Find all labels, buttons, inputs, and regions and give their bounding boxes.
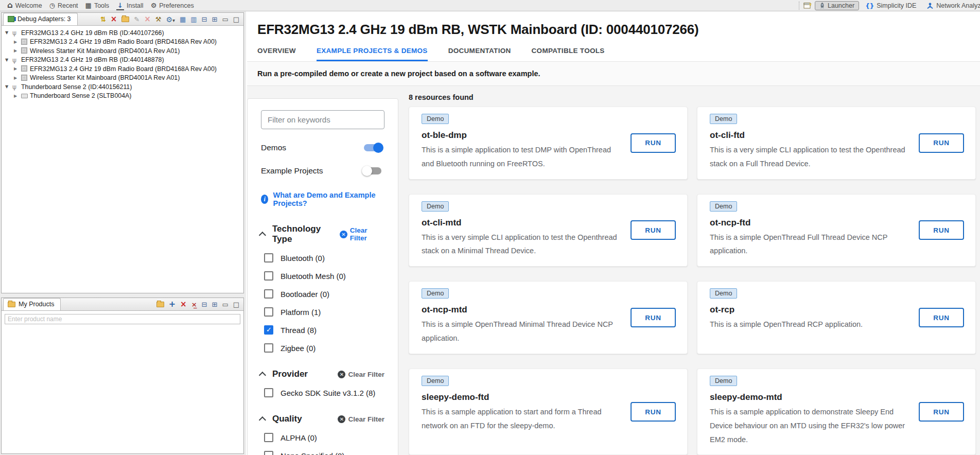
radio-board-icon <box>21 65 30 73</box>
filter-option-alpha[interactable]: ALPHA (0) <box>261 433 384 442</box>
demo-badge: Demo <box>710 288 737 299</box>
run-button[interactable]: RUN <box>919 308 964 327</box>
delete-icon[interactable] <box>144 15 151 23</box>
remove-products-icon[interactable] <box>191 301 197 308</box>
menu-preferences[interactable]: Preferences <box>151 2 194 9</box>
table-copy-icon[interactable] <box>190 16 197 23</box>
rename-icon[interactable] <box>134 16 139 23</box>
refresh-connections-icon[interactable] <box>100 16 106 23</box>
checkbox-unchecked[interactable] <box>264 271 273 281</box>
tree-item-thunderboard[interactable]: Thunderboard Sense 2 (ID:440156211) <box>2 82 243 92</box>
tree-item-label: EFR32MG13 2.4 GHz 19 dBm Radio Board (BR… <box>30 65 217 73</box>
keyword-filter-input[interactable] <box>261 110 384 129</box>
menu-welcome[interactable]: Welcome <box>7 2 42 9</box>
run-button[interactable]: RUN <box>631 308 676 327</box>
collapse-all-icon[interactable] <box>202 301 207 308</box>
section-title: Technology Type <box>272 224 340 244</box>
menu-preferences-label: Preferences <box>159 2 194 9</box>
demos-toggle[interactable] <box>364 144 381 151</box>
new-group-icon[interactable] <box>121 16 129 22</box>
expand-all-icon[interactable] <box>212 301 218 308</box>
disconnect-icon[interactable] <box>111 15 117 23</box>
clear-filter-quality[interactable]: ✕ Clear Filter <box>338 415 384 423</box>
chevron-up-icon[interactable] <box>259 232 266 239</box>
checkbox-unchecked[interactable] <box>264 451 273 455</box>
checkbox-unchecked[interactable] <box>264 343 273 353</box>
tools-icon[interactable] <box>155 16 162 23</box>
menu-recent[interactable]: Recent <box>49 2 78 9</box>
tree-item-kit-1[interactable]: EFR32MG13 2.4 GHz 19 dBm RB (ID:44010726… <box>2 28 243 38</box>
checkbox-unchecked[interactable] <box>264 388 273 397</box>
clear-filter-label: Clear Filter <box>348 415 384 423</box>
filter-option-none-specified[interactable]: None Specified (8) <box>261 451 384 455</box>
tab-example-projects-demos[interactable]: EXAMPLE PROJECTS & DEMOS <box>317 47 428 61</box>
demo-card-ot-rcp: Demo ot-rcp This is a simple OpenThread … <box>697 281 976 354</box>
filter-option-zigbee[interactable]: Zigbee (0) <box>261 343 384 353</box>
checkbox-checked[interactable] <box>264 325 273 335</box>
example-projects-toggle-label: Example Projects <box>261 166 323 176</box>
open-perspective-icon[interactable] <box>803 2 812 9</box>
tab-overview[interactable]: OVERVIEW <box>257 47 296 61</box>
tab-debug-adapters[interactable]: Debug Adapters: 3 <box>3 13 78 25</box>
run-button[interactable]: RUN <box>631 133 676 153</box>
run-button[interactable]: RUN <box>631 220 676 240</box>
tree-item-thunderboard-module[interactable]: Thunderboard Sense 2 (SLTB004A) <box>2 92 243 101</box>
example-projects-toggle[interactable] <box>364 167 381 174</box>
checkbox-unchecked[interactable] <box>264 253 273 262</box>
tab-my-products[interactable]: My Products <box>3 298 61 310</box>
tree-item-kit-2[interactable]: EFR32MG13 2.4 GHz 19 dBm RB (ID:44014887… <box>2 56 243 65</box>
filter-option-bootloader[interactable]: Bootloader (0) <box>261 289 384 299</box>
expand-arrow-icon[interactable] <box>14 76 21 80</box>
new-folder-icon[interactable] <box>156 302 164 307</box>
tree-item-mainboard-1[interactable]: Wireless Starter Kit Mainboard (BRD4001A… <box>2 46 243 56</box>
filter-option-bluetooth-mesh[interactable]: Bluetooth Mesh (0) <box>261 271 384 281</box>
expand-arrow-icon[interactable] <box>14 94 21 98</box>
clear-filter-provider[interactable]: ✕ Clear Filter <box>338 371 384 378</box>
perspective-simplicity-ide[interactable]: Simplicity IDE <box>861 2 920 10</box>
expand-all-icon[interactable] <box>212 16 218 23</box>
minimize-icon[interactable] <box>222 301 228 308</box>
tab-compatible-tools[interactable]: COMPATIBLE TOOLS <box>532 47 605 61</box>
collapse-arrow-icon[interactable] <box>5 58 12 62</box>
run-button[interactable]: RUN <box>919 402 964 422</box>
perspective-network-analyzer[interactable]: Network Analyzer <box>922 2 980 10</box>
minimize-icon[interactable] <box>222 16 228 23</box>
checkbox-unchecked[interactable] <box>264 433 273 442</box>
expand-arrow-icon[interactable] <box>14 48 21 53</box>
menu-install[interactable]: Install <box>116 2 144 9</box>
run-button[interactable]: RUN <box>919 133 964 153</box>
expand-arrow-icon[interactable] <box>14 66 21 71</box>
settings-gear-icon[interactable] <box>166 16 175 23</box>
filter-option-platform[interactable]: Platform (1) <box>261 307 384 317</box>
filter-option-thread[interactable]: Thread (8) <box>261 325 384 335</box>
run-button[interactable]: RUN <box>631 402 676 422</box>
collapse-arrow-icon[interactable] <box>5 30 12 35</box>
table-view-icon[interactable] <box>180 16 186 23</box>
maximize-icon[interactable] <box>233 301 239 308</box>
expand-arrow-icon[interactable] <box>14 40 21 44</box>
tree-item-radio-board-1[interactable]: EFR32MG13 2.4 GHz 19 dBm Radio Board (BR… <box>2 38 243 47</box>
checkbox-unchecked[interactable] <box>264 289 273 299</box>
tab-documentation[interactable]: DOCUMENTATION <box>448 47 511 61</box>
section-provider: Provider ✕ Clear Filter <box>261 369 384 379</box>
collapse-all-icon[interactable] <box>202 16 207 23</box>
menu-tools[interactable]: Tools <box>85 2 109 9</box>
filter-option-gecko-sdk[interactable]: Gecko SDK Suite v3.1.2 (8) <box>261 388 384 397</box>
maximize-icon[interactable] <box>233 16 239 23</box>
delete-product-icon[interactable] <box>180 301 187 308</box>
run-button[interactable]: RUN <box>919 220 964 240</box>
clear-filter-icon: ✕ <box>338 371 345 378</box>
chevron-up-icon[interactable] <box>259 416 266 424</box>
tree-item-mainboard-2[interactable]: Wireless Starter Kit Mainboard (BRD4001A… <box>2 74 243 83</box>
tree-item-radio-board-2[interactable]: EFR32MG13 2.4 GHz 19 dBm Radio Board (BR… <box>2 64 243 74</box>
what-are-demos-link[interactable]: i What are Demo and Example Projects? <box>261 191 384 207</box>
product-name-input[interactable] <box>5 314 240 324</box>
checkbox-unchecked[interactable] <box>264 307 273 317</box>
collapse-arrow-icon[interactable] <box>5 84 12 89</box>
chevron-up-icon[interactable] <box>259 372 266 379</box>
add-product-icon[interactable] <box>169 300 176 308</box>
tree-item-label: Wireless Starter Kit Mainboard (BRD4001A… <box>30 47 180 55</box>
perspective-launcher[interactable]: Launcher <box>815 1 859 10</box>
filter-option-bluetooth[interactable]: Bluetooth (0) <box>261 253 384 262</box>
clear-filter-technology[interactable]: ✕ Clear Filter <box>340 226 384 242</box>
